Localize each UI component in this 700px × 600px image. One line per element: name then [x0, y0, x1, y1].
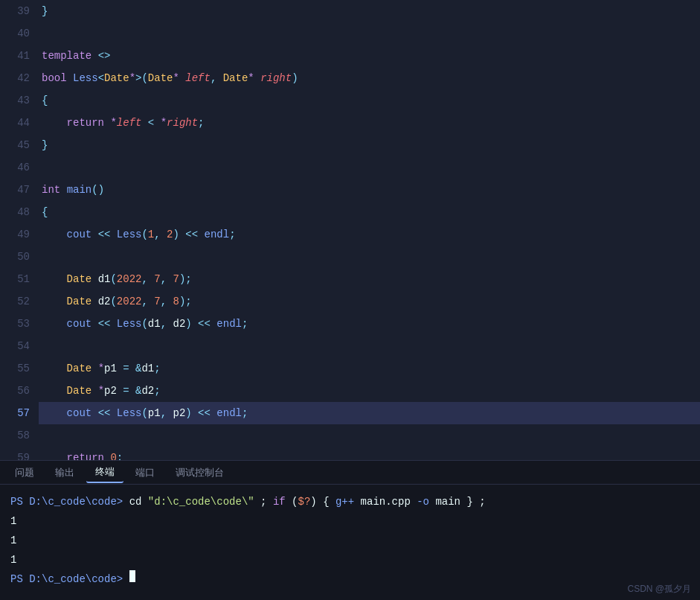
- code-lines: } template <> bool Less<Date*>(Date* lef…: [39, 0, 700, 460]
- code-line-55: Date *p1 = &d1;: [39, 357, 700, 380]
- terminal-cursor: [129, 570, 135, 582]
- code-line-43: {: [39, 89, 700, 112]
- ps-prompt-2: PS D:\c_code\code>: [10, 569, 129, 589]
- terminal-content: PS D:\c_code\code> cd "d:\c_code\code\" …: [0, 485, 700, 600]
- line-numbers: 39 40 41 42 43 44 45 46 47 48 49 50 51 5…: [0, 0, 39, 460]
- code-line-57: cout << Less(p1, p2) << endl;: [39, 402, 700, 424]
- code-line-54: [39, 335, 700, 357]
- code-line-40: [39, 22, 700, 45]
- tab-terminal[interactable]: 终端: [86, 462, 123, 483]
- code-line-47: int main(): [39, 179, 700, 201]
- code-line-46: [39, 156, 700, 179]
- code-line-59: return 0;: [39, 447, 700, 460]
- tab-problems[interactable]: 问题: [6, 463, 43, 482]
- ps-prompt: PS D:\c_code\code>: [10, 492, 129, 511]
- terminal-command-line: PS D:\c_code\code> cd "d:\c_code\code\" …: [10, 492, 690, 511]
- code-line-56: Date *p2 = &d2;: [39, 380, 700, 402]
- terminal-output-1: 1: [10, 511, 690, 531]
- code-line-41: template <>: [39, 45, 700, 67]
- terminal-output-2: 1: [10, 531, 690, 550]
- code-line-48: {: [39, 201, 700, 223]
- code-line-39: }: [39, 0, 700, 22]
- terminal-command: cd "d:\c_code\code\" ; if ($?) { g++ mai…: [129, 492, 486, 511]
- terminal-prompt-line: PS D:\c_code\code>: [10, 569, 690, 589]
- code-line-44: return *left < *right;: [39, 112, 700, 134]
- code-line-51: Date d1(2022, 7, 7);: [39, 268, 700, 290]
- tabs-bar: 问题 输出 终端 端口 调试控制台: [0, 461, 700, 485]
- bottom-panel: 问题 输出 终端 端口 调试控制台 PS D:\c_code\code> cd …: [0, 460, 700, 600]
- tab-ports[interactable]: 端口: [126, 463, 164, 482]
- code-line-58: [39, 424, 700, 447]
- code-line-45: }: [39, 134, 700, 156]
- code-line-53: cout << Less(d1, d2) << endl;: [39, 313, 700, 335]
- terminal-output-3: 1: [10, 550, 690, 569]
- code-line-42: bool Less<Date*>(Date* left, Date* right…: [39, 67, 700, 89]
- editor-area: 39 40 41 42 43 44 45 46 47 48 49 50 51 5…: [0, 0, 700, 460]
- watermark: CSDN @孤夕月: [627, 583, 691, 596]
- code-line-50: [39, 246, 700, 268]
- code-line-52: Date d2(2022, 7, 8);: [39, 290, 700, 313]
- tab-output[interactable]: 输出: [46, 463, 83, 482]
- tab-debug-console[interactable]: 调试控制台: [167, 463, 233, 482]
- code-line-49: cout << Less(1, 2) << endl;: [39, 223, 700, 246]
- code-container: 39 40 41 42 43 44 45 46 47 48 49 50 51 5…: [0, 0, 700, 460]
